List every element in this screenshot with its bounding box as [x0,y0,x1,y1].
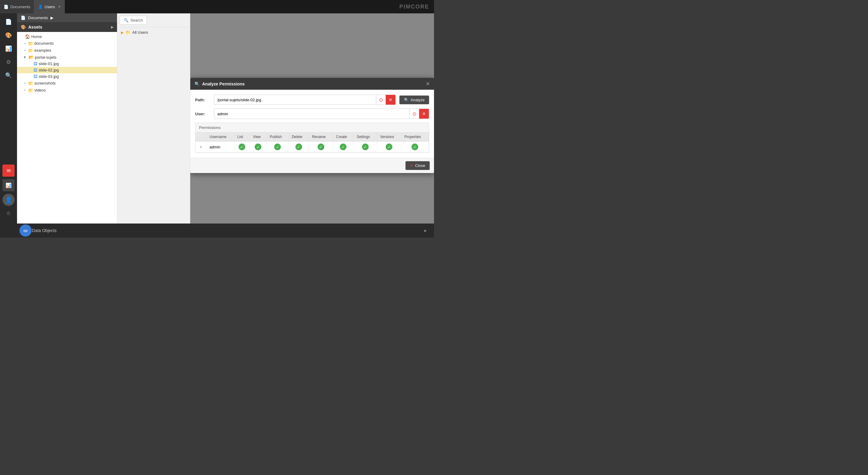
sidebar-mail-icon[interactable]: ✉ [2,165,14,177]
tree-item-videos[interactable]: ＋ 📁 videos [17,87,117,94]
documents-tab-label: Documents [10,5,30,9]
modal-header: 🔍 Analyze Permissions ✕ [190,78,434,90]
search-button-icon: 🔍 [124,18,129,23]
permissions-label: Permissions [199,125,221,130]
sidebar-settings-icon[interactable]: ⚙ [2,56,14,68]
slide-02-file-icon: 🖼 [33,68,37,72]
search-button[interactable]: 🔍 Search [120,16,147,25]
users-tab-icon: 👤 [38,5,43,9]
col-list: List [234,132,250,141]
list-check-icon: ✓ [239,144,245,150]
all-users-expand-icon: ▶ [121,30,124,35]
data-objects-label: Data Objects [32,228,57,233]
tree-item-slide-01[interactable]: 🖼 slide-01.jpg [17,61,117,67]
pimcore-bottom-logo: ∞ [20,225,32,237]
sidebar-charts-icon[interactable]: 📊 [2,42,14,55]
logout-button[interactable]: ⎋ [2,207,14,219]
close-button[interactable]: ✕ Close [405,161,430,170]
close-icon: ✕ [410,163,413,168]
path-target-button[interactable]: ⊙ [376,95,386,105]
tree-item-slide-03[interactable]: 🖼 slide-03.jpg [17,73,117,80]
slide-03-file-icon: 🖼 [33,74,37,79]
videos-folder-icon: 📁 [28,88,33,93]
view-check-icon: ✓ [255,144,261,150]
close-label: Close [415,163,425,168]
permissions-section: Permissions Username List View Publish [195,123,429,153]
table-header-row: Username List View Publish Delete Rename… [195,132,429,141]
assets-expand-arrow: ▶ [111,25,113,29]
all-users-folder-icon: 📁 [126,30,130,35]
row-versions: ✓ [377,141,401,153]
row-properties: ✓ [401,141,429,153]
examples-folder-icon: 📁 [28,48,33,53]
modal-footer: ✕ Close [190,158,434,173]
modal-close-button[interactable]: ✕ [426,81,430,87]
tree-item-screenshots[interactable]: ＋ 📁 screenshots [17,80,117,87]
publish-check-icon: ✓ [274,144,281,150]
tab-documents[interactable]: 📄 Documents [0,0,34,13]
table-row: +admin✓✓✓✓✓✓✓✓✓ [195,141,429,153]
users-tree: ▶ 📁 All Users [117,27,190,37]
row-create: ✓ [333,141,353,153]
tree-documents-header[interactable]: 📄 Documents ▶ [17,13,117,22]
analyze-button[interactable]: 🔍 Analyze [399,95,429,104]
tree-item-portal-sujets[interactable]: ▼ 📂 portal-sujets [17,54,117,61]
slide-01-file-icon: 🖼 [33,61,37,66]
tree-assets-header[interactable]: 🎨 Assets ▶ [17,22,117,32]
sidebar-documents-icon[interactable]: 📄 [2,16,14,28]
user-input[interactable] [214,110,409,118]
sidebar-search-icon[interactable]: 🔍 [2,69,14,82]
portal-sujets-label: portal-sujets [35,55,57,60]
user-avatar[interactable]: 👤 [2,194,14,206]
row-username: admin [206,141,234,153]
users-tab-label: Users [45,5,55,9]
sidebar-assets-icon[interactable]: 🎨 [2,29,14,41]
user-clear-button[interactable]: ✕ [419,109,429,119]
top-bar: 📄 Documents 👤 Users ✕ PIMCORE [0,0,434,13]
all-users-item[interactable]: ▶ 📁 All Users [117,29,190,36]
all-users-label: All Users [132,30,148,35]
screenshots-add-icon[interactable]: ＋ [23,81,27,86]
row-delete: ✓ [288,141,308,153]
tree-item-slide-02[interactable]: 🖼 slide-02.jpg [17,67,117,73]
tree-body: 🏠 Home ＋ 📁 documents ＋ 📁 examples ▼ 📂 po… [17,32,117,237]
bottom-nav: ⬛ Data Objects ▶ ∞ [17,224,434,237]
row-expand-cell[interactable]: + [195,141,206,153]
tree-item-documents[interactable]: ＋ 📁 documents [17,40,117,47]
tree-item-home[interactable]: 🏠 Home [17,33,117,40]
path-input[interactable] [214,96,376,104]
modal-title-icon: 🔍 [194,82,200,86]
examples-label: examples [34,48,51,53]
videos-add-icon[interactable]: ＋ [23,88,27,93]
permissions-header: Permissions [195,123,429,132]
users-search-area: 🔍 Search [117,13,190,27]
col-versions: Versions [377,132,401,141]
examples-add-icon[interactable]: ＋ [23,48,27,53]
row-list: ✓ [234,141,250,153]
user-target-button[interactable]: ⊙ [409,109,419,119]
data-objects-item[interactable]: ⬛ Data Objects ▶ [21,226,430,235]
row-settings: ✓ [353,141,377,153]
create-check-icon: ✓ [340,144,346,150]
path-label: Path: [195,98,210,102]
content-area: 🔍 Analyze Permissions ✕ Path: ⊙ [190,13,434,237]
documents-add-icon[interactable]: ＋ [23,41,27,46]
col-rename: Rename [309,132,333,141]
assets-header-label: Assets [28,25,42,29]
tree-item-examples[interactable]: ＋ 📁 examples [17,47,117,54]
user-label: User: [195,112,210,116]
documents-tab-icon: 📄 [4,5,8,9]
users-tab-close[interactable]: ✕ [58,5,61,9]
col-view: View [250,132,267,141]
icon-sidebar: 📄 🎨 📊 ⚙ 🔍 ✉ 📊 👤 ⎋ [0,13,17,237]
rename-check-icon: ✓ [318,144,324,150]
path-row: Path: ⊙ ✕ 🔍 Analyze [195,95,429,105]
user-target-icon: ⊙ [412,111,416,117]
path-clear-button[interactable]: ✕ [386,95,395,105]
delete-check-icon: ✓ [296,144,302,150]
sidebar-alert-icon[interactable]: 📊 [2,179,14,191]
documents-label: documents [34,41,54,46]
tab-users[interactable]: 👤 Users ✕ [34,0,65,13]
documents-header-label: Documents [28,16,48,20]
col-settings: Settings [353,132,377,141]
